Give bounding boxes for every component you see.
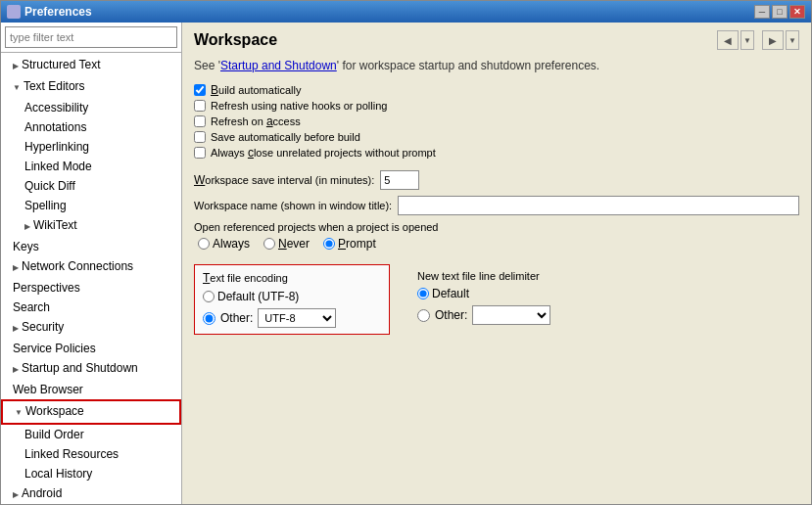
minimize-button[interactable]: ─ <box>754 5 770 19</box>
always-close-checkbox[interactable] <box>194 147 206 159</box>
refresh-native-row: Refresh using native hooks or polling <box>194 100 799 112</box>
always-option: Always <box>198 237 250 251</box>
main-panel: Workspace ◀ ▼ ▶ ▼ See 'Startup and Shutd… <box>182 23 811 504</box>
arrow-down-icon: ▼ <box>13 83 21 92</box>
description: See 'Startup and Shutdown' for workspace… <box>194 58 799 73</box>
default-encoding-option: Default (UTF-8) <box>203 290 381 303</box>
sidebar-item-quick-diff[interactable]: Quick Diff <box>1 176 181 196</box>
sidebar-item-keys[interactable]: Keys <box>1 237 181 256</box>
description-post: ' for workspace startup and shutdown pre… <box>337 59 599 72</box>
sidebar-item-structured-text[interactable]: ▶Structured Text <box>1 55 181 76</box>
sidebar-item-network-connections[interactable]: ▶Network Connections <box>1 256 181 278</box>
always-close-label: Always close unrelated projects without … <box>211 146 436 160</box>
sidebar-item-security[interactable]: ▶Security <box>1 317 181 339</box>
newline-title: New text file line delimiter <box>417 270 597 282</box>
arrow-icon: ▶ <box>13 365 19 374</box>
window-icon <box>7 5 21 19</box>
workspace-interval-row: Workspace save interval (in minutes): <box>194 170 799 190</box>
other-newline-label: Other: <box>435 308 467 322</box>
sidebar-item-wikitext[interactable]: ▶WikiText <box>1 215 181 237</box>
sidebar-item-build-order[interactable]: Build Order <box>1 425 181 444</box>
open-projects-section: Open referenced projects when a project … <box>194 221 799 251</box>
default-newline-option: Default <box>417 287 597 300</box>
sidebar-item-linked-mode[interactable]: Linked Mode <box>1 157 181 176</box>
back-drop-button[interactable]: ▼ <box>740 30 754 50</box>
preferences-tree: ▶Structured Text ▼Text Editors Accessibi… <box>1 53 181 504</box>
save-before-build-checkbox[interactable] <box>194 131 206 143</box>
default-encoding-label: Default (UTF-8) <box>217 290 299 303</box>
refresh-native-checkbox[interactable] <box>194 100 206 112</box>
workspace-interval-label: Workspace save interval (in minutes): <box>194 173 374 187</box>
default-newline-label: Default <box>432 287 469 300</box>
build-auto-label: Build automatically <box>211 83 301 97</box>
encoding-box: Text file encoding Default (UTF-8) Other… <box>194 264 390 335</box>
newline-options: Default Other: Unix Windows Mac OS X <box>417 287 597 325</box>
arrow-icon: ▶ <box>13 62 19 70</box>
back-button[interactable]: ◀ <box>717 30 739 50</box>
close-button[interactable]: ✕ <box>789 5 805 19</box>
save-before-build-row: Save automatically before build <box>194 131 799 143</box>
refresh-access-row: Refresh on access <box>194 115 799 128</box>
encoding-options: Default (UTF-8) Other: UTF-8 UTF-16 ISO-… <box>203 290 381 328</box>
other-encoding-radio[interactable] <box>203 312 215 325</box>
sidebar-item-annotations[interactable]: Annotations <box>1 117 181 137</box>
arrow-icon: ▶ <box>13 324 19 333</box>
prompt-option: Prompt <box>323 237 376 251</box>
always-radio[interactable] <box>198 238 210 250</box>
always-close-row: Always close unrelated projects without … <box>194 146 799 160</box>
sidebar-item-hyperlinking[interactable]: Hyperlinking <box>1 137 181 157</box>
sidebar-item-linked-resources[interactable]: Linked Resources <box>1 444 181 464</box>
refresh-access-label: Refresh on access <box>211 115 301 128</box>
never-option: Never <box>263 237 310 251</box>
refresh-access-checkbox[interactable] <box>194 115 206 127</box>
description-pre: See ' <box>194 59 220 72</box>
other-newline-row: Other: Unix Windows Mac OS X <box>417 305 597 325</box>
encoding-select[interactable]: UTF-8 UTF-16 ISO-8859-1 <box>258 308 336 328</box>
sidebar-item-accessibility[interactable]: Accessibility <box>1 98 181 117</box>
arrow-icon: ▶ <box>13 263 19 272</box>
never-radio[interactable] <box>263 238 275 250</box>
sidebar: ▶Structured Text ▼Text Editors Accessibi… <box>1 23 182 504</box>
sidebar-item-text-editors[interactable]: ▼Text Editors <box>1 76 181 98</box>
window-title: Preferences <box>24 5 754 19</box>
sidebar-item-startup-shutdown[interactable]: ▶Startup and Shutdown <box>1 358 181 380</box>
filter-box <box>1 23 181 53</box>
arrow-down-icon: ▼ <box>15 408 23 417</box>
sidebar-item-service-policies[interactable]: Service Policies <box>1 339 181 358</box>
build-auto-checkbox[interactable] <box>194 84 206 96</box>
default-encoding-radio[interactable] <box>203 291 215 302</box>
refresh-native-label: Refresh using native hooks or polling <box>211 100 387 112</box>
other-newline-radio[interactable] <box>417 309 430 322</box>
always-label: Always <box>213 237 250 251</box>
newline-select[interactable]: Unix Windows Mac OS X <box>472 305 550 325</box>
sidebar-item-spelling[interactable]: Spelling <box>1 196 181 215</box>
other-encoding-row: Other: UTF-8 UTF-16 ISO-8859-1 <box>203 308 381 328</box>
encoding-title: Text file encoding <box>203 271 381 285</box>
workspace-name-input[interactable] <box>398 196 799 215</box>
sidebar-item-local-history[interactable]: Local History <box>1 464 181 483</box>
sidebar-item-web-browser[interactable]: Web Browser <box>1 380 181 399</box>
arrow-icon: ▶ <box>24 222 30 231</box>
checkboxes-section: Build automatically Refresh using native… <box>194 83 799 162</box>
sidebar-item-workspace[interactable]: ▼Workspace <box>1 399 181 425</box>
open-projects-label: Open referenced projects when a project … <box>194 221 799 233</box>
window-controls: ─ □ ✕ <box>754 5 805 19</box>
workspace-name-row: Workspace name (shown in window title): <box>194 196 799 215</box>
nav-buttons: ◀ ▼ ▶ ▼ <box>717 30 799 50</box>
sidebar-item-perspectives[interactable]: Perspectives <box>1 278 181 298</box>
forward-drop-button[interactable]: ▼ <box>786 30 799 50</box>
filter-input[interactable] <box>5 26 177 48</box>
startup-shutdown-link[interactable]: Startup and Shutdown <box>220 59 337 72</box>
default-newline-radio[interactable] <box>417 288 429 299</box>
workspace-interval-input[interactable] <box>380 170 419 190</box>
panel-title: Workspace <box>194 31 277 49</box>
forward-button[interactable]: ▶ <box>762 30 784 50</box>
sidebar-item-search[interactable]: Search <box>1 298 181 317</box>
preferences-window: Preferences ─ □ ✕ ▶Structured Text ▼Text… <box>0 0 812 505</box>
maximize-button[interactable]: □ <box>772 5 788 19</box>
build-auto-row: Build automatically <box>194 83 799 97</box>
sidebar-item-android[interactable]: ▶Android <box>1 483 181 504</box>
never-label: Never <box>278 237 310 251</box>
title-bar: Preferences ─ □ ✕ <box>1 1 811 23</box>
prompt-radio[interactable] <box>323 238 335 250</box>
